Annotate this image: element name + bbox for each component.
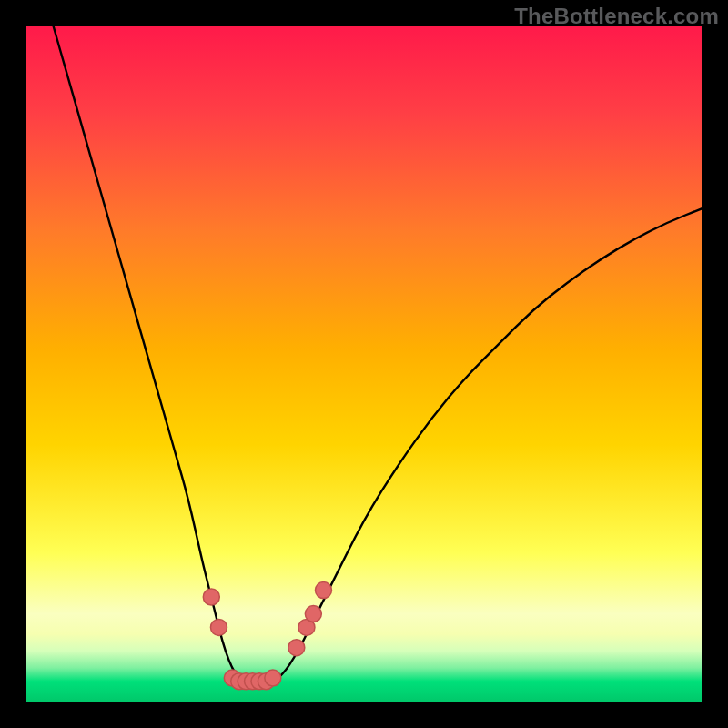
- bottleneck-chart: [26, 26, 702, 702]
- curve-marker: [203, 589, 219, 605]
- curve-marker: [210, 619, 227, 635]
- curve-marker: [315, 582, 331, 599]
- chart-frame: [26, 26, 702, 702]
- curve-marker: [265, 670, 281, 686]
- gradient-background: [26, 26, 702, 702]
- watermark-text: TheBottleneck.com: [514, 4, 719, 29]
- curve-marker: [288, 640, 305, 656]
- curve-marker: [305, 606, 321, 622]
